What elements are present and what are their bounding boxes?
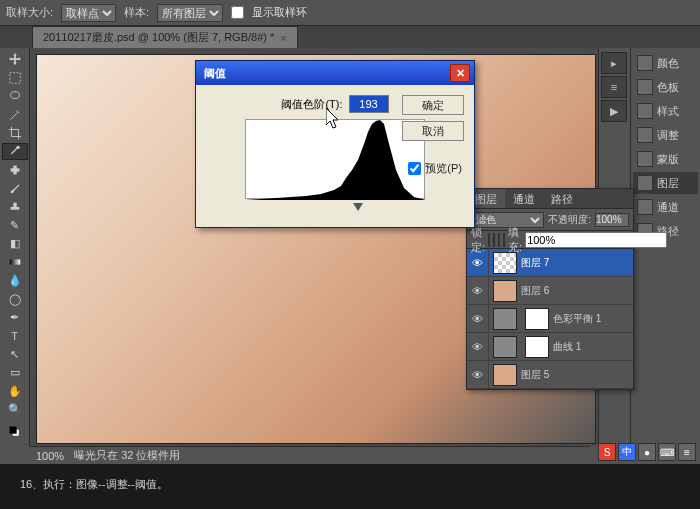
eye-icon[interactable]: 👁 bbox=[467, 277, 489, 304]
threshold-slider[interactable] bbox=[245, 205, 425, 217]
marquee-tool-icon[interactable] bbox=[2, 69, 28, 85]
tray-icon[interactable]: S bbox=[598, 443, 616, 461]
type-tool-icon[interactable]: T bbox=[2, 328, 28, 344]
status-bar: 100% 曝光只在 32 位模件用 bbox=[30, 446, 590, 464]
tray-icon[interactable]: 中 bbox=[618, 443, 636, 461]
panel-adjust[interactable]: 调整 bbox=[633, 124, 698, 146]
brush-tool-icon[interactable] bbox=[2, 180, 28, 196]
panel-layers[interactable]: 图层 bbox=[633, 172, 698, 194]
eye-icon[interactable]: 👁 bbox=[467, 333, 489, 360]
mask-thumb bbox=[525, 308, 549, 330]
layer-list: 👁图层 7 👁图层 6 👁色彩平衡 1 👁曲线 1 👁图层 5 bbox=[467, 249, 633, 389]
move-tool-icon[interactable] bbox=[2, 51, 28, 67]
channels-panel-icon bbox=[637, 199, 653, 215]
show-ring-label: 显示取样环 bbox=[252, 5, 307, 20]
caption-text: 16、执行：图像--调整--阈值。 bbox=[20, 478, 168, 490]
document-tabs: 20110217磨皮.psd @ 100% (图层 7, RGB/8#) * × bbox=[0, 26, 700, 48]
blur-tool-icon[interactable]: 💧 bbox=[2, 272, 28, 288]
svg-rect-3 bbox=[13, 166, 17, 175]
layer-thumb bbox=[493, 280, 517, 302]
tab-paths[interactable]: 路径 bbox=[543, 189, 581, 208]
threshold-level-input[interactable] bbox=[349, 95, 389, 113]
fill-input[interactable] bbox=[525, 232, 667, 248]
zoom-tool-icon[interactable]: 🔍 bbox=[2, 402, 28, 418]
eye-icon[interactable]: 👁 bbox=[467, 305, 489, 332]
eye-icon[interactable]: 👁 bbox=[467, 361, 489, 388]
layer-thumb bbox=[493, 308, 517, 330]
panel-styles[interactable]: 样式 bbox=[633, 100, 698, 122]
heal-tool-icon[interactable] bbox=[2, 162, 28, 178]
close-tab-icon[interactable]: × bbox=[280, 32, 286, 44]
hand-tool-icon[interactable]: ✋ bbox=[2, 383, 28, 399]
sample-label: 样本: bbox=[124, 5, 149, 20]
show-ring-checkbox[interactable] bbox=[231, 6, 244, 19]
tray-icon[interactable]: ⌨ bbox=[658, 443, 676, 461]
eraser-tool-icon[interactable]: ◧ bbox=[2, 236, 28, 252]
layer-thumb bbox=[493, 252, 517, 274]
crop-tool-icon[interactable] bbox=[2, 125, 28, 141]
sample-size-label: 取样大小: bbox=[6, 5, 53, 20]
options-bar: 取样大小: 取样点 样本: 所有图层 显示取样环 bbox=[0, 0, 700, 26]
lasso-tool-icon[interactable] bbox=[2, 88, 28, 104]
dialog-titlebar[interactable]: 阈值 ✕ bbox=[196, 61, 474, 85]
panel-color[interactable]: 颜色 bbox=[633, 52, 698, 74]
tray-icon[interactable]: ● bbox=[638, 443, 656, 461]
path-tool-icon[interactable]: ↖ bbox=[2, 346, 28, 362]
panel-mask[interactable]: 蒙版 bbox=[633, 148, 698, 170]
cancel-button[interactable]: 取消 bbox=[402, 121, 464, 141]
status-info: 曝光只在 32 位模件用 bbox=[74, 448, 180, 463]
lock-all-icon[interactable] bbox=[503, 233, 505, 247]
fill-label: 填充: bbox=[508, 225, 522, 255]
dodge-tool-icon[interactable]: ◯ bbox=[2, 291, 28, 307]
sample-select[interactable]: 所有图层 bbox=[157, 4, 223, 22]
wand-tool-icon[interactable] bbox=[2, 106, 28, 122]
color-swatch-icon[interactable] bbox=[2, 420, 28, 443]
eye-icon[interactable]: 👁 bbox=[467, 249, 489, 276]
tray-icon[interactable]: ≡ bbox=[678, 443, 696, 461]
mask-thumb bbox=[525, 336, 549, 358]
caption: 16、执行：图像--调整--阈值。 bbox=[0, 464, 700, 509]
gradient-tool-icon[interactable] bbox=[2, 254, 28, 270]
layer-row[interactable]: 👁图层 6 bbox=[467, 277, 633, 305]
lock-pos-icon[interactable] bbox=[498, 233, 500, 247]
zoom-level[interactable]: 100% bbox=[36, 450, 64, 462]
slider-thumb-icon[interactable] bbox=[353, 203, 363, 211]
toolbox: ✎ ◧ 💧 ◯ ✒ T ↖ ▭ ✋ 🔍 bbox=[0, 48, 30, 446]
layer-thumb bbox=[493, 364, 517, 386]
ok-button[interactable]: 确定 bbox=[402, 95, 464, 115]
svg-rect-0 bbox=[9, 72, 20, 83]
opacity-input[interactable] bbox=[595, 213, 629, 227]
dialog-close-button[interactable]: ✕ bbox=[450, 64, 470, 82]
color-panel-icon bbox=[637, 55, 653, 71]
shape-tool-icon[interactable]: ▭ bbox=[2, 365, 28, 381]
sample-size-select[interactable]: 取样点 bbox=[61, 4, 116, 22]
svg-rect-4 bbox=[9, 260, 20, 265]
panel-channels[interactable]: 通道 bbox=[633, 196, 698, 218]
tab-title: 20110217磨皮.psd @ 100% (图层 7, RGB/8#) * bbox=[43, 30, 274, 45]
dock-history-icon[interactable]: ≡ bbox=[601, 76, 627, 98]
history-brush-icon[interactable]: ✎ bbox=[2, 217, 28, 233]
mask-panel-icon bbox=[637, 151, 653, 167]
threshold-dialog: 阈值 ✕ 阈值色阶(T): 确定 取消 预览(P) bbox=[195, 60, 475, 228]
layer-row[interactable]: 👁曲线 1 bbox=[467, 333, 633, 361]
document-tab[interactable]: 20110217磨皮.psd @ 100% (图层 7, RGB/8#) * × bbox=[32, 26, 298, 48]
preview-label: 预览(P) bbox=[425, 161, 462, 176]
pen-tool-icon[interactable]: ✒ bbox=[2, 309, 28, 325]
layer-row[interactable]: 👁色彩平衡 1 bbox=[467, 305, 633, 333]
dock-actions-icon[interactable]: ▶ bbox=[601, 100, 627, 122]
cursor-icon bbox=[326, 108, 344, 132]
svg-rect-6 bbox=[9, 426, 16, 433]
layer-row[interactable]: 👁图层 7 bbox=[467, 249, 633, 277]
dock-expand-icon[interactable]: ▸ bbox=[601, 52, 627, 74]
panel-swatch[interactable]: 色板 bbox=[633, 76, 698, 98]
eyedropper-tool-icon[interactable] bbox=[2, 143, 28, 159]
swatch-panel-icon bbox=[637, 79, 653, 95]
layers-panel-icon bbox=[637, 175, 653, 191]
lock-pixel-icon[interactable] bbox=[493, 233, 495, 247]
stamp-tool-icon[interactable] bbox=[2, 199, 28, 215]
preview-checkbox[interactable] bbox=[408, 162, 421, 175]
layer-thumb bbox=[493, 336, 517, 358]
tab-channels[interactable]: 通道 bbox=[505, 189, 543, 208]
layer-row[interactable]: 👁图层 5 bbox=[467, 361, 633, 389]
lock-trans-icon[interactable] bbox=[488, 233, 490, 247]
